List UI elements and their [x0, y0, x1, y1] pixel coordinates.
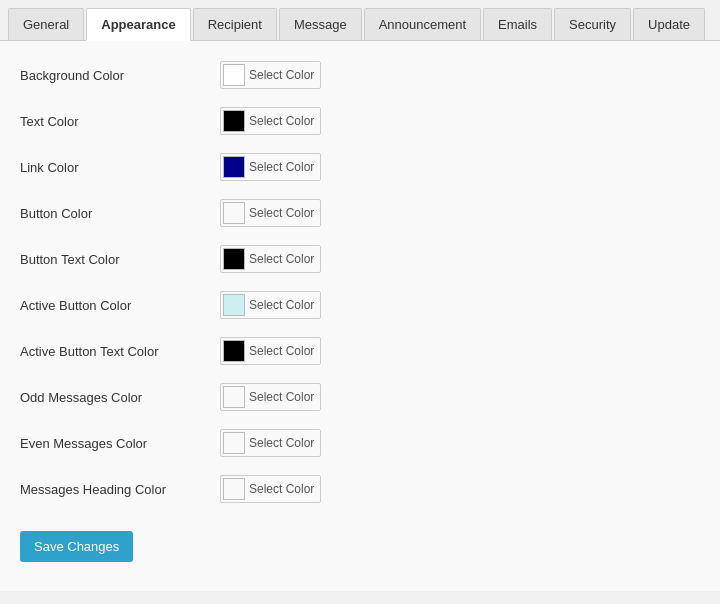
color-swatch — [223, 248, 245, 270]
color-label: Active Button Color — [20, 298, 220, 313]
color-swatch — [223, 64, 245, 86]
color-row: Odd Messages ColorSelect Color — [20, 383, 700, 411]
tab-emails[interactable]: Emails — [483, 8, 552, 40]
tab-recipient[interactable]: Recipient — [193, 8, 277, 40]
color-select-button[interactable]: Select Color — [220, 153, 321, 181]
color-swatch — [223, 478, 245, 500]
color-row: Text ColorSelect Color — [20, 107, 700, 135]
color-label: Button Color — [20, 206, 220, 221]
color-select-button[interactable]: Select Color — [220, 337, 321, 365]
color-select-button[interactable]: Select Color — [220, 245, 321, 273]
color-label: Link Color — [20, 160, 220, 175]
select-color-label: Select Color — [249, 344, 314, 358]
color-rows-container: Background ColorSelect ColorText ColorSe… — [20, 61, 700, 503]
color-select-button[interactable]: Select Color — [220, 475, 321, 503]
select-color-label: Select Color — [249, 160, 314, 174]
color-swatch — [223, 110, 245, 132]
color-label: Messages Heading Color — [20, 482, 220, 497]
color-label: Even Messages Color — [20, 436, 220, 451]
color-select-button[interactable]: Select Color — [220, 61, 321, 89]
color-row: Messages Heading ColorSelect Color — [20, 475, 700, 503]
color-row: Even Messages ColorSelect Color — [20, 429, 700, 457]
color-select-button[interactable]: Select Color — [220, 107, 321, 135]
color-row: Active Button Text ColorSelect Color — [20, 337, 700, 365]
color-swatch — [223, 432, 245, 454]
select-color-label: Select Color — [249, 114, 314, 128]
tab-announcement[interactable]: Announcement — [364, 8, 481, 40]
color-swatch — [223, 202, 245, 224]
color-row: Button Text ColorSelect Color — [20, 245, 700, 273]
color-swatch — [223, 340, 245, 362]
color-label: Active Button Text Color — [20, 344, 220, 359]
tab-appearance[interactable]: Appearance — [86, 8, 190, 41]
content-area: Background ColorSelect ColorText ColorSe… — [0, 41, 720, 591]
color-label: Text Color — [20, 114, 220, 129]
color-swatch — [223, 294, 245, 316]
color-label: Odd Messages Color — [20, 390, 220, 405]
select-color-label: Select Color — [249, 68, 314, 82]
select-color-label: Select Color — [249, 482, 314, 496]
select-color-label: Select Color — [249, 298, 314, 312]
color-select-button[interactable]: Select Color — [220, 429, 321, 457]
color-label: Button Text Color — [20, 252, 220, 267]
color-label: Background Color — [20, 68, 220, 83]
select-color-label: Select Color — [249, 390, 314, 404]
color-row: Background ColorSelect Color — [20, 61, 700, 89]
tabs-bar: GeneralAppearanceRecipientMessageAnnounc… — [0, 0, 720, 41]
select-color-label: Select Color — [249, 436, 314, 450]
tab-security[interactable]: Security — [554, 8, 631, 40]
color-select-button[interactable]: Select Color — [220, 199, 321, 227]
tab-general[interactable]: General — [8, 8, 84, 40]
color-row: Button ColorSelect Color — [20, 199, 700, 227]
color-row: Active Button ColorSelect Color — [20, 291, 700, 319]
color-swatch — [223, 156, 245, 178]
select-color-label: Select Color — [249, 206, 314, 220]
color-select-button[interactable]: Select Color — [220, 383, 321, 411]
select-color-label: Select Color — [249, 252, 314, 266]
tab-update[interactable]: Update — [633, 8, 705, 40]
color-swatch — [223, 386, 245, 408]
save-changes-button[interactable]: Save Changes — [20, 531, 133, 562]
color-select-button[interactable]: Select Color — [220, 291, 321, 319]
color-row: Link ColorSelect Color — [20, 153, 700, 181]
tab-message[interactable]: Message — [279, 8, 362, 40]
